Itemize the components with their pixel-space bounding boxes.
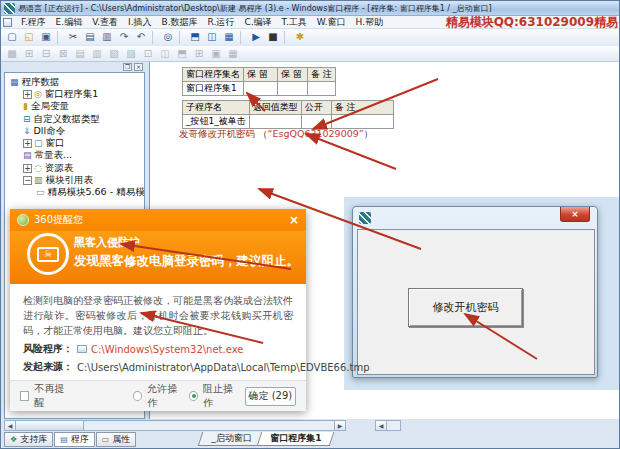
find-icon[interactable]: ◎ <box>160 30 176 45</box>
app-close-button[interactable]: × <box>560 207 590 222</box>
run-icon[interactable]: ▶ <box>248 30 264 45</box>
table-cell[interactable] <box>301 115 331 129</box>
redo-icon[interactable]: ↷ <box>116 30 132 45</box>
cascade-icon[interactable]: ▦ <box>221 30 237 45</box>
table-cell[interactable]: 窗口程序集1 <box>183 82 244 96</box>
confirm-button[interactable]: 确定 (29) <box>245 387 296 406</box>
layout-tool-icon: ⊠ <box>55 46 71 61</box>
dialog-footer: 不再提醒 允许操作 阻止操作 确定 (29) <box>10 380 306 411</box>
panel-tab-label: 属性 <box>112 433 130 446</box>
menu-item[interactable]: R.运行 <box>203 16 240 29</box>
alert-subtitle: 发现黑客修改电脑登录密码，建议阻止。 <box>74 253 299 270</box>
cut-icon[interactable]: ✂ <box>65 30 81 45</box>
table-cell[interactable] <box>244 82 278 96</box>
tab-properties[interactable]: ▭属性 <box>96 432 137 447</box>
tile-horizontal-icon[interactable]: ⬒ <box>187 30 203 45</box>
doc-tab-window-assembly-1[interactable]: 窗口程序集1 <box>257 432 335 446</box>
tree-item-module-refs[interactable]: −▥模块引用表 <box>5 174 144 186</box>
menu-item[interactable]: C.编译 <box>239 16 276 29</box>
tree-item-dll-commands[interactable]: ⇓Dll命令 <box>5 125 144 137</box>
save-icon[interactable]: ▣ <box>38 30 54 45</box>
change-password-button[interactable]: 修改开机密码 <box>408 288 523 327</box>
tree-item-jingyi-module[interactable]: ▭精易模块5.66 - 精易模块5. <box>5 187 144 199</box>
menu-item[interactable]: F.程序 <box>16 16 51 29</box>
panel-tab-label: 程序 <box>71 433 89 446</box>
open-icon[interactable]: ◱ <box>21 30 37 45</box>
bottom-tab-row: ❖支持库▤程序▭属性 _启动窗口窗口程序集1 <box>1 432 620 448</box>
panel-tab-label: 支持库 <box>20 433 47 446</box>
tree-expander-icon[interactable]: − <box>23 176 32 185</box>
promo-text: 精易模块QQ:631029009精易 <box>446 14 618 31</box>
tree-item-custom-types[interactable]: ⊟自定义数据类型 <box>5 113 144 125</box>
tree-item-windows[interactable]: +▢窗口 <box>5 137 144 149</box>
subroutine-table[interactable]: 子程序名返回值类型公开备 注_按钮1_被单击 <box>182 100 394 129</box>
menu-item[interactable]: V.查看 <box>87 16 123 29</box>
exe-file-icon <box>77 345 87 353</box>
editor-h-scrollbar[interactable]: ◀ <box>375 420 401 431</box>
tree-node-icon: ◎ <box>34 90 42 99</box>
app-title-bar[interactable]: × <box>353 207 597 229</box>
table-cell[interactable] <box>331 115 393 129</box>
paste-icon[interactable]: ▥ <box>99 30 115 45</box>
table-row[interactable]: _按钮1_被单击 <box>183 115 394 129</box>
source-label: 发起来源： <box>23 360 73 374</box>
tree-item-constants[interactable]: ▤常量表... <box>5 150 144 162</box>
tree-item-program-data[interactable]: ▦程序数据 <box>5 76 144 88</box>
tree-node-icon: ⇓ <box>23 127 31 136</box>
table-cell[interactable]: _按钮1_被单击 <box>183 115 250 129</box>
menu-item[interactable]: I.插入 <box>123 16 157 29</box>
menu-item[interactable]: B.数据库 <box>157 16 203 29</box>
tree-expander-icon[interactable]: + <box>23 90 32 99</box>
menu-item[interactable]: W.窗口 <box>312 16 351 29</box>
undo-icon[interactable]: ↶ <box>133 30 149 45</box>
menu-item[interactable]: E.编辑 <box>51 16 88 29</box>
toolbar-layout: ▩⊞⊟⊠▤▥▧▨⊡◫⬒⊞▣▦ <box>1 46 620 62</box>
doc-tab-startup-window[interactable]: _启动窗口 <box>198 432 265 446</box>
risk-program-path: C:\Windows\System32\net.exe <box>91 344 243 355</box>
dialog-360-header[interactable]: 360提醒您 × <box>10 209 306 231</box>
tree-expander-icon[interactable]: + <box>23 164 32 173</box>
table-cell[interactable] <box>308 82 336 96</box>
tree-item-global-vars[interactable]: ▮全局变量 <box>5 101 144 113</box>
table-header-cell: 子程序名 <box>183 101 250 115</box>
running-app-window: × 修改开机密码 <box>352 206 598 378</box>
dialog-close-icon[interactable]: × <box>289 214 299 226</box>
table-header-cell: 返回值类型 <box>249 101 301 115</box>
scroll-left-icon[interactable]: ◀ <box>5 421 16 430</box>
tab-support-library[interactable]: ❖支持库 <box>4 432 53 447</box>
sidebar-h-scrollbar[interactable]: ◀ ▶ <box>4 420 346 431</box>
tree-item-resources[interactable]: +◌资源表 <box>5 162 144 174</box>
scroll-left-icon[interactable]: ◀ <box>376 421 387 430</box>
tile-vertical-icon[interactable]: ◫ <box>204 30 220 45</box>
dialog-360-banner: ☠ 黑客入侵防护 发现黑客修改电脑登录密码，建议阻止。 <box>10 231 306 284</box>
menu-items: F.程序E.编辑V.查看I.插入B.数据库R.运行C.编译T.工具W.窗口H.帮… <box>16 16 388 29</box>
tree-expander-icon[interactable]: + <box>23 139 32 148</box>
tree-item-window-assembly-1[interactable]: +◎窗口程序集1 <box>5 88 144 100</box>
layout-tool-icon: ⬒ <box>174 46 190 61</box>
tree-node-icon: ▭ <box>36 188 45 197</box>
sidebar-float-button[interactable]: ❐ <box>123 63 132 71</box>
no-remind-checkbox[interactable] <box>20 391 29 401</box>
menu-item[interactable]: T.工具 <box>277 16 312 29</box>
new-file-icon[interactable]: ▢ <box>4 30 20 45</box>
scroll-thumb[interactable] <box>16 421 84 430</box>
tab-program[interactable]: ▤程序 <box>54 432 95 447</box>
sidebar-close-button[interactable]: × <box>134 63 143 71</box>
scroll-right-icon[interactable]: ▶ <box>334 421 345 430</box>
mdi-child-icon[interactable] <box>3 18 12 27</box>
assembly-table[interactable]: 窗口程序集名保 留保 留备 注窗口程序集1 <box>182 67 336 96</box>
menu-item[interactable]: H.帮助 <box>351 16 388 29</box>
block-radio[interactable] <box>189 391 198 401</box>
allow-radio[interactable] <box>133 391 142 401</box>
block-label: 阻止操作 <box>203 382 240 410</box>
tree-node-label: 窗口 <box>46 137 65 150</box>
document-tab-label: 窗口程序集1 <box>270 432 321 445</box>
copy-icon[interactable]: ▤ <box>82 30 98 45</box>
table-cell[interactable] <box>278 82 308 96</box>
stop-icon[interactable]: ■ <box>265 30 281 45</box>
code-line[interactable]: 发哥修改开机密码 （“EsgQQ631029009”） <box>179 128 373 141</box>
table-row[interactable]: 窗口程序集1 <box>183 82 336 96</box>
table-cell[interactable] <box>249 115 301 129</box>
code-string: “EsgQQ631029009” <box>268 128 364 139</box>
find-module-icon[interactable]: ✱ <box>292 30 308 45</box>
